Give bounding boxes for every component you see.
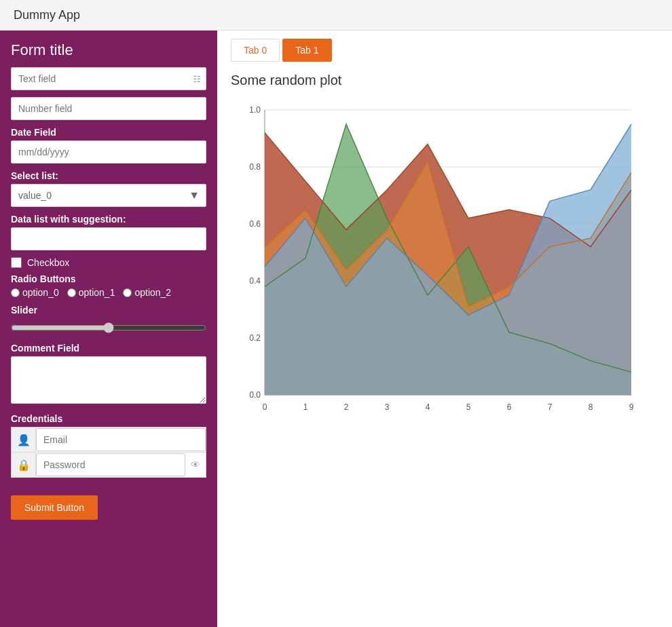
radio-input-1[interactable] xyxy=(67,288,76,297)
svg-text:3: 3 xyxy=(385,402,390,412)
radio-item-2: option_2 xyxy=(123,287,171,298)
credentials-label: Credentials xyxy=(11,413,206,424)
radio-item-1: option_1 xyxy=(67,287,115,298)
radio-label-0: option_0 xyxy=(22,287,59,298)
svg-text:8: 8 xyxy=(589,402,593,412)
number-input[interactable] xyxy=(11,97,206,120)
select-wrapper-outer: Select list: value_0 value_1 value_2 ▼ xyxy=(11,170,206,207)
password-input[interactable] xyxy=(36,453,185,476)
svg-text:0.8: 0.8 xyxy=(249,162,261,172)
svg-text:4: 4 xyxy=(426,402,430,412)
radio-item-0: option_0 xyxy=(11,287,59,298)
user-icon: 👤 xyxy=(12,428,36,452)
svg-text:0.6: 0.6 xyxy=(249,219,261,229)
svg-text:0.2: 0.2 xyxy=(249,333,261,343)
tab-1[interactable]: Tab 1 xyxy=(282,39,331,62)
text-field-icon: ☷ xyxy=(193,74,201,84)
text-field-wrapper: ☷ xyxy=(11,67,206,90)
form-title: Form title xyxy=(11,41,206,59)
svg-text:5: 5 xyxy=(466,402,471,412)
comment-textarea[interactable] xyxy=(11,356,206,404)
right-panel: Tab 0 Tab 1 Some random plot 0.0 0.2 0.4… xyxy=(217,31,672,627)
svg-text:6: 6 xyxy=(507,402,512,412)
checkbox-label: Checkbox xyxy=(27,257,69,268)
date-field-label: Date Field xyxy=(11,127,206,138)
svg-text:2: 2 xyxy=(344,402,349,412)
date-field-wrapper: Date Field xyxy=(11,127,206,164)
svg-text:0.0: 0.0 xyxy=(249,390,261,400)
tab-0[interactable]: Tab 0 xyxy=(231,39,280,62)
checkbox-input[interactable] xyxy=(11,257,22,268)
comment-field-wrapper: Comment Field xyxy=(11,343,206,406)
app-header: Dummy App xyxy=(0,0,672,31)
select-wrapper: value_0 value_1 value_2 ▼ xyxy=(11,184,206,207)
svg-text:0.4: 0.4 xyxy=(249,276,261,286)
submit-button[interactable]: Submit Button xyxy=(11,495,98,520)
eye-icon: 👁 xyxy=(185,459,206,470)
comment-label: Comment Field xyxy=(11,343,206,354)
text-input[interactable] xyxy=(11,67,206,90)
checkbox-row: Checkbox xyxy=(11,257,206,268)
sidebar: Form title ☷ Date Field Select list: val… xyxy=(0,31,217,627)
credentials-box: 👤 🔒 👁 xyxy=(11,427,206,478)
plot-title: Some random plot xyxy=(231,73,658,88)
radio-input-0[interactable] xyxy=(11,288,20,297)
datalist-input[interactable] xyxy=(11,227,206,250)
svg-text:1.0: 1.0 xyxy=(249,105,261,115)
chart-svg: 0.0 0.2 0.4 0.6 0.8 1.0 0 1 2 3 4 5 6 7 … xyxy=(231,96,652,422)
chart-container: 0.0 0.2 0.4 0.6 0.8 1.0 0 1 2 3 4 5 6 7 … xyxy=(231,96,652,422)
email-input[interactable] xyxy=(36,428,206,451)
radio-label-1: option_1 xyxy=(79,287,115,298)
select-input[interactable]: value_0 value_1 value_2 xyxy=(11,184,206,207)
tabs-bar: Tab 0 Tab 1 xyxy=(231,39,658,62)
radio-group-wrapper: Radio Buttons option_0 option_1 option_2 xyxy=(11,273,206,298)
email-row: 👤 xyxy=(12,428,206,453)
lock-icon: 🔒 xyxy=(12,453,36,477)
svg-text:7: 7 xyxy=(548,402,553,412)
datalist-wrapper: Data list with suggestion: xyxy=(11,214,206,250)
date-input[interactable] xyxy=(11,140,206,164)
credentials-wrapper: Credentials 👤 🔒 👁 xyxy=(11,413,206,478)
slider-wrapper: Slider xyxy=(11,305,206,336)
svg-text:9: 9 xyxy=(629,402,634,412)
password-row: 🔒 👁 xyxy=(12,453,206,477)
radio-label: Radio Buttons xyxy=(11,273,206,284)
svg-text:1: 1 xyxy=(303,402,308,412)
svg-text:0: 0 xyxy=(263,402,267,412)
datalist-label: Data list with suggestion: xyxy=(11,214,206,225)
radio-input-2[interactable] xyxy=(123,288,132,297)
radio-row: option_0 option_1 option_2 xyxy=(11,287,206,298)
select-label: Select list: xyxy=(11,170,206,181)
number-field-wrapper xyxy=(11,97,206,120)
slider-input[interactable] xyxy=(11,322,206,333)
app-title: Dummy App xyxy=(14,8,80,22)
slider-label: Slider xyxy=(11,305,206,316)
main-layout: Form title ☷ Date Field Select list: val… xyxy=(0,31,672,627)
radio-label-2: option_2 xyxy=(134,287,171,298)
